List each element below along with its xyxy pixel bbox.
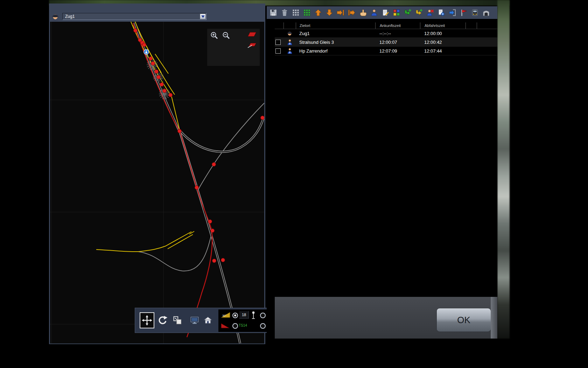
conductor-icon (287, 39, 293, 46)
gradient-up-icon: 30° (221, 311, 231, 318)
zoom-out-icon (222, 31, 231, 40)
track-edit-style-button[interactable] (246, 41, 258, 50)
add-driver-button[interactable] (370, 8, 378, 17)
green-arrow-plus-icon (404, 9, 412, 16)
house-icon (203, 316, 212, 325)
rotate-mode-button[interactable] (155, 312, 170, 328)
map-controls-panel (207, 29, 260, 66)
row-destination: Zug1 (296, 31, 375, 36)
arrow-down-icon (326, 9, 333, 16)
header-destination: Zielort (296, 22, 375, 29)
gradient-value-box[interactable]: 18 (239, 311, 249, 319)
header-extra-1 (465, 22, 477, 29)
gradient-label-radio[interactable] (260, 323, 266, 329)
grid-green-icon (303, 9, 311, 16)
train-button[interactable] (470, 8, 479, 17)
signal-radio[interactable] (260, 313, 266, 318)
edit-schedule-button[interactable] (381, 8, 390, 17)
signal-icon (251, 311, 256, 320)
pick-button[interactable] (358, 8, 367, 17)
person-icon (370, 9, 378, 16)
move-down-button[interactable] (325, 8, 334, 17)
duplicate-mode-button[interactable] (170, 312, 185, 328)
insert-button[interactable] (347, 8, 356, 17)
row-arrival: --:--:-- (375, 31, 420, 36)
footer-scrollbar[interactable] (491, 297, 497, 339)
depot-button[interactable] (482, 8, 490, 17)
conductor-icon (287, 48, 293, 54)
red-track-pen-icon (247, 41, 257, 49)
row-arrival: 12:07:09 (375, 48, 420, 54)
grid-small-button[interactable] (291, 8, 300, 17)
ok-button[interactable]: OK (436, 308, 491, 332)
rotate-icon (157, 315, 168, 326)
gradient-down-icon (221, 322, 230, 329)
document-gear-icon (438, 9, 445, 16)
track-layout-graphic (50, 22, 264, 343)
row-checkbox[interactable] (275, 48, 281, 54)
train-selector-open-button[interactable] (200, 14, 206, 19)
grid-gray-icon (292, 9, 300, 16)
save-icon (270, 9, 277, 16)
background-view-button[interactable] (188, 312, 201, 328)
yellow-arrow-plus-icon (415, 9, 423, 16)
dialog-footer: OK (275, 297, 497, 339)
route-add-green-button[interactable] (403, 8, 412, 17)
row-departure: 12:00:00 (420, 31, 465, 36)
map-display-options: 30° 18 TS14 (218, 309, 268, 332)
row-destination: Hp Zarrendorf (296, 48, 375, 54)
chevron-down-icon (201, 15, 205, 18)
document-settings-button[interactable] (437, 8, 446, 17)
arrow-into-door-icon (449, 9, 456, 16)
person-remove-icon (426, 9, 434, 16)
move-up-button[interactable] (314, 8, 322, 17)
gradient-down-radio[interactable] (232, 323, 238, 329)
slope-label: 30° (222, 314, 226, 317)
flag-icon (460, 9, 468, 16)
arrow-up-icon (314, 9, 322, 16)
train-selector-dropdown[interactable]: Zug1 (62, 13, 206, 20)
screen: Zug1 (0, 0, 588, 368)
train-front-icon (471, 9, 479, 16)
zoom-out-button[interactable] (222, 31, 232, 41)
track-style-button[interactable] (246, 30, 258, 39)
track-plan-map[interactable]: 30° 18 TS14 (50, 22, 264, 343)
trash-icon (281, 9, 288, 16)
header-icon-col (284, 22, 296, 29)
home-view-button[interactable] (202, 312, 214, 328)
route-add-yellow-button[interactable] (414, 8, 423, 17)
track-plan-panel: Zug1 (49, 4, 265, 344)
zoom-in-icon (210, 31, 219, 40)
remove-driver-button[interactable] (426, 8, 434, 17)
save-button[interactable] (269, 8, 278, 17)
train-position-marker (144, 49, 149, 54)
row-departure: 12:00:42 (420, 40, 465, 45)
table-row[interactable]: Hp Zarrendorf 12:07:09 12:07:44 (275, 47, 497, 55)
gradient-up-radio[interactable] (232, 313, 238, 318)
schedule-table-header: Zielort Ankunftszeit Abfahrtszeit (275, 22, 497, 29)
arrow-to-bar-icon (337, 9, 344, 16)
train-selector-value: Zug1 (65, 14, 75, 19)
clipboard-pencil-icon (382, 9, 389, 16)
row-departure: 12:07:44 (420, 48, 465, 54)
delete-button[interactable] (280, 8, 289, 17)
table-row[interactable]: Zug1 --:--:-- 12:00:00 (275, 29, 497, 38)
depot-shed-icon (482, 9, 490, 16)
pan-mode-button[interactable] (140, 312, 154, 328)
hand-icon (359, 9, 367, 16)
header-extra-2 (477, 22, 497, 29)
mosaic-icon (393, 9, 400, 16)
grid-green-button[interactable] (302, 8, 311, 17)
flag-button[interactable] (459, 8, 468, 17)
driver-head-icon (286, 30, 293, 37)
exit-button[interactable] (448, 8, 457, 17)
arrange-button[interactable] (392, 8, 401, 17)
table-row[interactable]: Stralsund Gleis 3 12:00:07 12:00:42 (275, 38, 497, 47)
zoom-in-button[interactable] (210, 31, 220, 41)
move-right-button[interactable] (336, 8, 345, 17)
bar-arrow-icon (348, 9, 356, 16)
row-arrival: 12:00:07 (375, 40, 420, 45)
train-driver-icon (51, 12, 59, 21)
copy-squares-icon (173, 315, 182, 325)
row-checkbox[interactable] (275, 40, 281, 45)
